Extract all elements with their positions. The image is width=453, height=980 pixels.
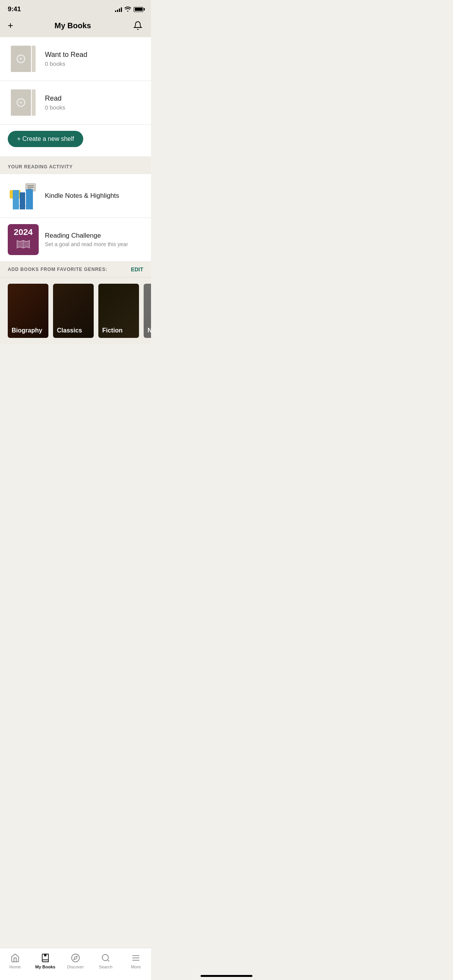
shelf-name: Read — [45, 94, 143, 103]
add-book-icon: + — [17, 98, 25, 107]
wifi-icon — [124, 6, 131, 13]
kindle-notes-item[interactable]: " " Kindle Notes & Highlights — [0, 174, 151, 218]
reading-activity-header: YOUR READING ACTIVITY — [0, 159, 151, 174]
reading-challenge-item[interactable]: 2024 Reading Challenge Set a goal and re… — [0, 218, 151, 262]
reading-challenge-icon: 2024 — [8, 224, 39, 255]
reading-challenge-title: Reading Challenge — [45, 232, 143, 240]
create-shelf-section: + Create a new shelf — [0, 125, 151, 159]
genre-label-more: N... — [148, 327, 151, 334]
shelf-name: Want to Read — [45, 51, 143, 59]
genre-card-biography[interactable]: Biography — [8, 284, 48, 338]
shelf-info: Read 0 books — [45, 94, 143, 111]
kindle-notes-title: Kindle Notes & Highlights — [45, 192, 143, 200]
challenge-book-icon — [15, 239, 31, 251]
challenge-year: 2024 — [14, 228, 33, 236]
header: + My Books — [0, 16, 151, 37]
add-book-icon: + — [17, 55, 25, 63]
status-bar: 9:41 — [0, 0, 151, 16]
battery-icon — [134, 7, 143, 12]
signal-icon — [115, 7, 122, 12]
genre-card-classics[interactable]: Classics — [53, 284, 94, 338]
genre-card-fiction[interactable]: Fiction — [98, 284, 139, 338]
reading-challenge-subtitle: Set a goal and read more this year — [45, 241, 143, 247]
kindle-notes-info: Kindle Notes & Highlights — [45, 192, 143, 200]
genre-label-fiction: Fiction — [102, 327, 122, 334]
book-shadow — [32, 89, 36, 116]
book-cover-main: + — [11, 46, 31, 72]
shelf-info: Want to Read 0 books — [45, 51, 143, 67]
book-shadow — [32, 46, 36, 72]
genre-edit-button[interactable]: EDIT — [131, 266, 143, 272]
genre-card-more[interactable]: N... — [144, 284, 151, 338]
genre-section-title: ADD BOOKS FROM FAVORITE GENRES: — [8, 267, 107, 272]
create-shelf-button[interactable]: + Create a new shelf — [8, 131, 83, 147]
status-icons — [115, 6, 143, 13]
add-button[interactable]: + — [8, 20, 13, 31]
genre-label-classics: Classics — [57, 327, 82, 334]
genre-label-biography: Biography — [12, 327, 42, 334]
status-time: 9:41 — [8, 5, 21, 13]
book-cover-main: + — [11, 89, 31, 116]
page-title: My Books — [55, 21, 91, 30]
notifications-button[interactable] — [132, 20, 143, 31]
reading-challenge-info: Reading Challenge Set a goal and read mo… — [45, 232, 143, 247]
shelf-item[interactable]: + Read 0 books — [0, 81, 151, 125]
shelf-count: 0 books — [45, 104, 143, 111]
shelf-count: 0 books — [45, 60, 143, 67]
kindle-notes-icon: " " — [8, 180, 39, 211]
shelf-item[interactable]: + Want to Read 0 books — [0, 37, 151, 81]
genre-cards-container: Biography Classics Fiction N... — [0, 278, 151, 344]
shelf-cover: + — [8, 43, 39, 74]
genre-header: ADD BOOKS FROM FAVORITE GENRES: EDIT — [0, 262, 151, 278]
shelf-cover: + — [8, 87, 39, 118]
